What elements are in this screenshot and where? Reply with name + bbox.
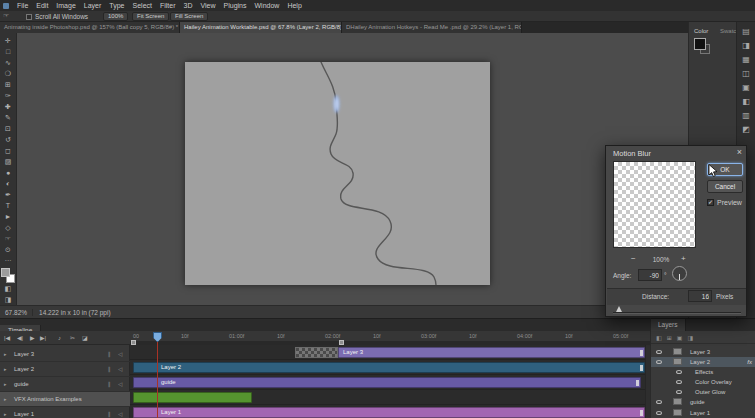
lasso-tool-icon[interactable]: ∿ bbox=[0, 57, 17, 68]
track-header-vfx-group[interactable]: ▸ VFX Animation Examples bbox=[0, 392, 130, 407]
menu-file[interactable]: File bbox=[13, 0, 32, 11]
shape-tool-icon[interactable]: ◇ bbox=[0, 222, 17, 233]
visibility-eye-icon[interactable] bbox=[656, 360, 662, 364]
move-tool-icon[interactable]: ✛ bbox=[0, 35, 17, 46]
visibility-eye-icon[interactable] bbox=[656, 400, 662, 404]
cancel-button[interactable]: Cancel bbox=[707, 180, 743, 193]
fill-screen-button[interactable]: Fill Screen bbox=[170, 12, 208, 21]
docked-panel-icon-1[interactable]: ▤ bbox=[742, 27, 750, 36]
distance-slider[interactable] bbox=[613, 312, 741, 313]
layer-row-layer3[interactable]: Layer 3 bbox=[651, 347, 755, 357]
chevron-right-icon[interactable]: ▸ bbox=[4, 381, 7, 387]
lock-icon[interactable]: ◨ bbox=[687, 334, 693, 341]
chevron-right-icon[interactable]: ▸ bbox=[4, 411, 7, 417]
tab-layers[interactable]: Layers bbox=[651, 319, 686, 331]
angle-dial[interactable] bbox=[672, 266, 687, 281]
edit-toolbar-icon[interactable]: ⋯ bbox=[0, 255, 17, 266]
menu-image[interactable]: Image bbox=[52, 0, 79, 11]
lock-icon[interactable]: ▣ bbox=[677, 334, 683, 341]
zoom-in-icon[interactable]: + bbox=[681, 254, 686, 263]
track-control-icon[interactable]: ◁ bbox=[118, 351, 122, 357]
hand-tool-icon[interactable]: ☞ bbox=[0, 233, 17, 244]
zoom-out-icon[interactable]: − bbox=[631, 254, 636, 263]
docked-panel-icon-5[interactable]: ▣ bbox=[742, 83, 750, 92]
history-brush-tool-icon[interactable]: ↺ bbox=[0, 134, 17, 145]
timeline-clip-layer2[interactable]: Layer 2 bbox=[133, 362, 645, 373]
transition-icon[interactable]: ◪ bbox=[82, 334, 88, 342]
layer-thumbnail[interactable] bbox=[673, 409, 682, 416]
clone-stamp-tool-icon[interactable]: ⊡ bbox=[0, 123, 17, 134]
play-button[interactable]: ▶ bbox=[30, 334, 35, 342]
docked-panel-icon-8[interactable]: ◩ bbox=[742, 125, 750, 134]
zoom-100-button[interactable]: 100% bbox=[103, 12, 128, 21]
zoom-level-field[interactable]: 67.82% bbox=[0, 309, 33, 316]
lock-icon[interactable]: ⊞ bbox=[667, 334, 672, 341]
layer-thumbnail[interactable] bbox=[673, 348, 682, 355]
previous-frame-button[interactable]: ◀| bbox=[17, 334, 23, 342]
track-header-layer1[interactable]: ▸ Layer 1 ∥ ◁ bbox=[0, 407, 130, 418]
dodge-tool-icon[interactable]: ◐ bbox=[0, 178, 17, 189]
document-tab-1[interactable]: Animating inside Photoshop.psd @ 157% (B… bbox=[0, 22, 180, 33]
track-control-icon[interactable]: ∥ bbox=[108, 411, 111, 417]
document-tab-2[interactable]: Hailey Animation Worktable.psd @ 67.8% (… bbox=[180, 22, 342, 33]
path-selection-tool-icon[interactable]: ► bbox=[0, 211, 17, 222]
menu-window[interactable]: Window bbox=[251, 0, 284, 11]
timeline-clip-guide[interactable]: guide bbox=[133, 377, 641, 388]
quick-mask-icon[interactable]: ◧ bbox=[0, 283, 17, 294]
layer-thumbnail[interactable] bbox=[673, 398, 682, 405]
document-tab-3[interactable]: DHailey Animation Hotkeys - Read Me .psd… bbox=[342, 22, 522, 33]
layer-row-effects[interactable]: Effects bbox=[651, 367, 755, 377]
visibility-eye-icon[interactable] bbox=[676, 390, 682, 394]
preview-checkbox[interactable]: ✓ Preview bbox=[707, 199, 742, 206]
layer-row-layer2[interactable]: Layer 2 fx bbox=[651, 357, 755, 367]
track-control-icon[interactable]: ∥ bbox=[108, 381, 111, 387]
angle-input[interactable] bbox=[638, 269, 662, 281]
menu-filter[interactable]: Filter bbox=[156, 0, 180, 11]
menu-view[interactable]: View bbox=[197, 0, 220, 11]
type-tool-icon[interactable]: T bbox=[0, 200, 17, 211]
foreground-color-swatch[interactable] bbox=[1, 268, 10, 277]
timeline-clip-vfx[interactable] bbox=[133, 392, 252, 403]
transparent-clip-segment[interactable] bbox=[295, 347, 338, 358]
layer-row-guide[interactable]: guide bbox=[651, 397, 755, 407]
distance-slider-thumb[interactable] bbox=[616, 306, 622, 312]
menu-type[interactable]: Type bbox=[105, 0, 128, 11]
close-icon[interactable]: × bbox=[737, 147, 742, 157]
eyedropper-tool-icon[interactable]: ✑ bbox=[0, 90, 17, 101]
track-header-layer3[interactable]: ▸ Layer 3 ∥ ◁ bbox=[0, 347, 130, 362]
docked-panel-icon-6[interactable]: ◧ bbox=[742, 97, 750, 106]
active-tool-icon[interactable]: ☞ bbox=[3, 12, 9, 20]
foreground-background-colors[interactable] bbox=[1, 268, 15, 283]
pen-tool-icon[interactable]: ✒ bbox=[0, 189, 17, 200]
menu-help[interactable]: Help bbox=[283, 0, 305, 11]
layer-row-outer-glow[interactable]: Outer Glow bbox=[651, 387, 755, 397]
healing-brush-tool-icon[interactable]: ✚ bbox=[0, 101, 17, 112]
quick-selection-tool-icon[interactable]: ❍ bbox=[0, 68, 17, 79]
menu-layer[interactable]: Layer bbox=[80, 0, 106, 11]
mute-audio-icon[interactable]: ♪ bbox=[58, 334, 61, 342]
next-frame-button[interactable]: ▶| bbox=[40, 334, 46, 342]
visibility-eye-icon[interactable] bbox=[656, 411, 662, 415]
layer-row-layer1[interactable]: Layer 1 bbox=[651, 408, 755, 418]
layer-row-color-overlay[interactable]: Color Overlay bbox=[651, 377, 755, 387]
visibility-eye-icon[interactable] bbox=[676, 380, 682, 384]
clip-trim-handle[interactable] bbox=[640, 365, 643, 371]
layer-thumbnail[interactable] bbox=[673, 358, 682, 365]
fx-badge[interactable]: fx bbox=[747, 359, 752, 365]
marquee-tool-icon[interactable]: □ bbox=[0, 46, 17, 57]
gradient-tool-icon[interactable]: ▨ bbox=[0, 156, 17, 167]
track-control-icon[interactable]: ∥ bbox=[108, 351, 111, 357]
lock-icon[interactable]: ◧ bbox=[656, 334, 662, 341]
chevron-right-icon[interactable]: ▸ bbox=[4, 366, 7, 372]
docked-panel-icon-4[interactable]: ◫ bbox=[742, 69, 750, 78]
brush-tool-icon[interactable]: ✎ bbox=[0, 112, 17, 123]
docked-panel-icon-7[interactable]: ▥ bbox=[742, 111, 750, 120]
track-control-icon[interactable]: ◁ bbox=[118, 411, 122, 417]
distance-input[interactable] bbox=[688, 290, 712, 302]
track-header-layer2[interactable]: ▸ Layer 2 ∥ ◁ bbox=[0, 362, 130, 377]
tab-color[interactable]: Color bbox=[691, 25, 711, 37]
track-header-guide[interactable]: ▸ guide ∥ ◁ bbox=[0, 377, 130, 392]
foreground-color-box[interactable] bbox=[694, 38, 706, 50]
canvas-pasteboard[interactable] bbox=[17, 33, 688, 305]
document-canvas[interactable] bbox=[185, 62, 490, 285]
